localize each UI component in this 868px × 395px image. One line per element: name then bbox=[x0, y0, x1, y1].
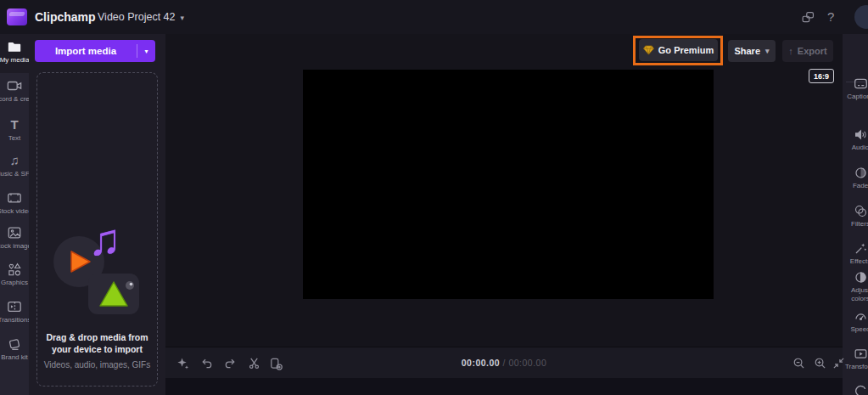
aspect-ratio-badge[interactable]: 16:9 bbox=[809, 69, 834, 83]
export-label: Export bbox=[798, 46, 827, 56]
go-premium-button[interactable]: Go Premium bbox=[639, 39, 718, 61]
export-arrow-icon: ↑ bbox=[788, 46, 793, 56]
clipchamp-logo-icon bbox=[7, 8, 27, 25]
import-options-dropdown[interactable]: ▾ bbox=[137, 44, 155, 58]
diamond-icon bbox=[643, 45, 654, 55]
timeline-track-area[interactable] bbox=[165, 378, 843, 395]
film-icon bbox=[0, 190, 29, 206]
export-button[interactable]: ↑ Export bbox=[782, 40, 833, 62]
sidebar-item-my-media[interactable]: My media bbox=[0, 39, 29, 65]
panel-item-fade[interactable]: Fade bbox=[843, 166, 868, 190]
import-media-button[interactable]: Import media ▾ bbox=[35, 40, 155, 62]
zoom-out-icon[interactable] bbox=[792, 357, 805, 370]
camera-icon bbox=[0, 78, 29, 93]
chevron-down-icon: ▾ bbox=[765, 47, 770, 55]
sidebar-item-record-create[interactable]: Record & create bbox=[0, 78, 29, 104]
sidebar-item-graphics[interactable]: Graphics bbox=[0, 262, 29, 287]
panel-item-filters[interactable]: Filters bbox=[843, 204, 868, 229]
time-separator: / bbox=[500, 358, 508, 368]
shapes-icon bbox=[0, 262, 29, 277]
import-media-label: Import media bbox=[35, 46, 137, 56]
panel-item-captions[interactable]: Captions bbox=[843, 76, 868, 101]
chevron-down-icon: ▾ bbox=[181, 14, 185, 22]
go-premium-label: Go Premium bbox=[658, 45, 714, 55]
sidebar-item-transitions[interactable]: Transitions bbox=[0, 299, 29, 324]
collaboration-icon[interactable] bbox=[801, 10, 815, 25]
panel-item-effects[interactable]: Effects bbox=[843, 241, 868, 266]
music-note-icon: ♫ bbox=[0, 153, 29, 168]
dropzone-title: Drag & drop media from your device to im… bbox=[36, 331, 158, 355]
project-title-menu[interactable]: Video Project 42▾ bbox=[98, 0, 184, 34]
sidebar-item-text[interactable]: T Text bbox=[0, 117, 29, 143]
panel-item-speed[interactable]: Speed bbox=[843, 309, 868, 334]
clipchamp-editor: Clipchamp Video Project 42▾ ? My media R… bbox=[0, 0, 868, 395]
image-icon bbox=[0, 225, 29, 240]
transition-icon bbox=[0, 299, 29, 314]
panel-item-colors[interactable]: Colors bbox=[843, 384, 868, 395]
left-sidebar: My media Record & create T Text ♫ Music … bbox=[0, 34, 29, 395]
music-note-illustration: ♫ bbox=[88, 214, 121, 265]
share-label: Share bbox=[734, 46, 760, 56]
video-preview[interactable] bbox=[303, 70, 714, 299]
folder-icon bbox=[0, 39, 29, 54]
app-name: Clipchamp bbox=[35, 0, 96, 34]
sidebar-item-music-sfx[interactable]: ♫ Music & SFX bbox=[0, 153, 29, 178]
help-button[interactable]: ? bbox=[827, 0, 834, 34]
text-icon: T bbox=[0, 117, 29, 133]
current-time: 00:00.00 bbox=[462, 358, 500, 368]
share-button[interactable]: Share▾ bbox=[728, 40, 776, 62]
sidebar-item-brand-kit[interactable]: Brand kit bbox=[0, 336, 29, 362]
zoom-in-icon[interactable] bbox=[814, 357, 826, 370]
timecode-display: 00:00.00 / 00:00.00 bbox=[165, 358, 843, 368]
sidebar-item-stock-video[interactable]: Stock video bbox=[0, 190, 29, 216]
sidebar-item-stock-images[interactable]: Stock images bbox=[0, 225, 29, 251]
total-time: 00:00.00 bbox=[508, 358, 546, 368]
panel-item-transform[interactable]: Transform bbox=[843, 347, 868, 371]
dropzone-subtitle: Videos, audio, images, GIFs bbox=[36, 360, 158, 370]
project-title: Video Project 42 bbox=[98, 11, 176, 23]
panel-item-adjust-colors[interactable]: Adjust colors bbox=[843, 270, 868, 303]
brand-kit-icon bbox=[0, 336, 29, 352]
panel-item-audio[interactable]: Audio bbox=[843, 127, 868, 152]
zoom-to-fit-icon[interactable] bbox=[832, 357, 845, 370]
